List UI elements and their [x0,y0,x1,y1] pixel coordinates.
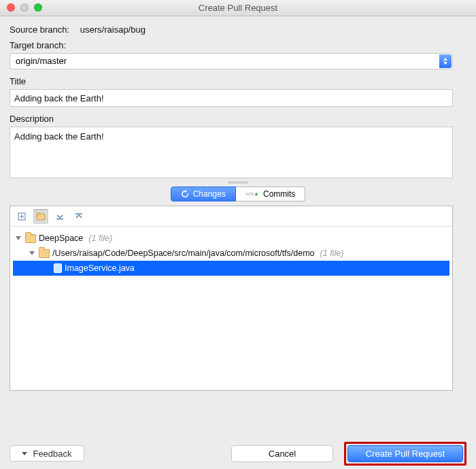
vcs-badge: VCS [245,191,254,197]
grip-icon [228,181,248,184]
vcs-tabbar: Changes VCS▲ Commits [10,187,466,201]
title-label: Title [10,76,466,86]
tree-root-hint: (1 file) [88,233,112,243]
tab-commits[interactable]: VCS▲ Commits [236,187,306,201]
changes-toolbar [10,206,452,227]
folder-icon [39,249,50,258]
select-stepper-icon [439,54,452,68]
vcs-up-icon: VCS▲ [245,191,259,197]
file-icon [54,263,62,273]
tree-path-label: /Users/raisap/Code/DeepSpace/src/main/ja… [52,248,315,258]
tree-root-row[interactable]: DeepSpace (1 file) [13,231,449,246]
dialog-footer: Feedback Cancel Create Pull Request [0,438,476,469]
collapse-all-icon[interactable] [71,209,86,224]
description-label: Description [10,114,466,124]
cancel-button[interactable]: Cancel [231,445,333,462]
target-branch-select[interactable]: origin/master [10,53,453,69]
feedback-button[interactable]: Feedback [10,445,84,462]
expand-all-icon[interactable] [14,209,29,224]
refresh-icon [181,190,189,198]
window-titlebar: Create Pull Request [0,0,476,16]
changes-panel: DeepSpace (1 file) /Users/raisap/Code/De… [10,206,453,391]
source-branch-value: users/raisap/bug [80,25,146,35]
caret-down-icon [16,236,21,240]
feedback-label: Feedback [33,449,71,459]
folder-icon [25,234,36,243]
window-title: Create Pull Request [199,3,277,13]
source-branch-row: Source branch: users/raisap/bug [10,25,466,35]
tab-changes-label: Changes [193,189,226,199]
changes-tree[interactable]: DeepSpace (1 file) /Users/raisap/Code/De… [10,227,452,390]
minimize-window-button[interactable] [20,3,29,12]
svg-rect-2 [37,212,40,214]
create-pull-request-button[interactable]: Create Pull Request [347,445,463,462]
svg-rect-4 [75,213,82,214]
source-branch-label: Source branch: [10,25,69,35]
tree-file-label: ImageService.java [65,263,135,273]
description-textarea[interactable]: Adding back the Earth! [10,127,453,178]
group-by-directory-icon[interactable] [33,209,48,224]
tree-file-row[interactable]: ImageService.java [13,261,449,276]
submit-highlight: Create Pull Request [344,442,466,466]
zoom-window-button[interactable] [34,3,42,12]
caret-down-icon [29,251,35,255]
tab-changes[interactable]: Changes [171,187,236,201]
tab-commits-label: Commits [263,189,295,199]
svg-rect-3 [56,219,63,220]
window-controls [7,3,42,12]
tree-path-hint: (1 file) [320,248,344,258]
target-branch-label: Target branch: [10,40,466,50]
collapse-icon[interactable] [52,209,67,224]
chevron-down-icon [22,452,27,455]
target-branch-selected: origin/master [16,56,67,66]
split-handle[interactable] [10,178,466,187]
title-input[interactable] [10,89,453,107]
tree-path-row[interactable]: /Users/raisap/Code/DeepSpace/src/main/ja… [13,246,449,261]
tree-root-label: DeepSpace [39,233,83,243]
close-window-button[interactable] [7,3,15,12]
